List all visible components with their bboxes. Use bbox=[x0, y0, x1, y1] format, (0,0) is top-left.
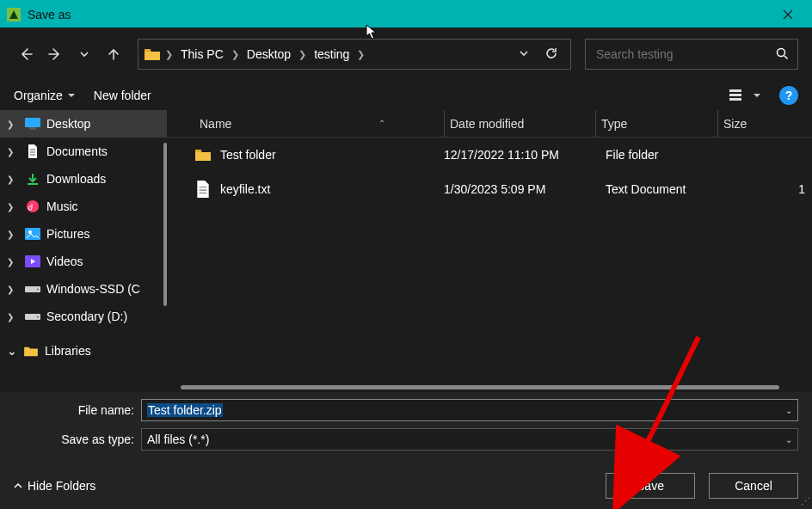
view-button[interactable] bbox=[729, 89, 760, 102]
breadcrumb-item[interactable]: This PC bbox=[175, 47, 229, 61]
chevron-right-icon[interactable]: ❯ bbox=[354, 49, 367, 60]
chevron-down-icon: ⌄ bbox=[7, 344, 17, 358]
close-button[interactable] bbox=[771, 2, 805, 28]
dialog-footer: File name: Test folder.zip ⌄ Save as typ… bbox=[0, 392, 812, 509]
sidebar: ❯ Desktop❯ Documents❯ Downloads❯ Music❯ … bbox=[0, 110, 167, 392]
sidebar-item-pictures[interactable]: ❯ Pictures bbox=[0, 220, 167, 248]
column-header-name[interactable]: Name ⌃ bbox=[194, 117, 444, 131]
chevron-right-icon: ❯ bbox=[7, 230, 19, 239]
back-button[interactable] bbox=[14, 42, 38, 66]
navigation-bar: ❯ This PC ❯ Desktop ❯ testing ❯ bbox=[0, 28, 812, 81]
textfile-icon bbox=[194, 181, 212, 198]
scrollbar-thumb[interactable] bbox=[181, 385, 779, 389]
chevron-right-icon: ❯ bbox=[7, 312, 19, 322]
toolbar: Organize New folder ? bbox=[0, 81, 812, 110]
svg-rect-6 bbox=[25, 118, 40, 127]
resize-grip[interactable]: ⋰ bbox=[799, 494, 812, 509]
help-button[interactable]: ? bbox=[779, 86, 798, 105]
column-header-date[interactable]: Date modified bbox=[444, 110, 595, 137]
horizontal-scrollbar[interactable] bbox=[181, 385, 798, 390]
sidebar-item-label: Pictures bbox=[46, 227, 90, 241]
save-as-type-field[interactable]: All files (*.*) ⌄ bbox=[141, 428, 798, 451]
up-button[interactable] bbox=[102, 42, 126, 66]
new-folder-label: New folder bbox=[94, 89, 151, 102]
forward-button[interactable] bbox=[43, 42, 67, 66]
search-box[interactable] bbox=[585, 39, 798, 70]
sidebar-item-doc[interactable]: ❯ Documents bbox=[0, 138, 167, 165]
file-name-field[interactable]: Test folder.zip ⌄ bbox=[141, 399, 798, 421]
column-header-size[interactable]: Size bbox=[717, 110, 812, 137]
column-headers: Name ⌃ Date modified Type Size bbox=[167, 110, 812, 138]
sidebar-item-videos[interactable]: ❯ Videos bbox=[0, 248, 167, 275]
desktop-icon bbox=[24, 115, 41, 132]
new-folder-button[interactable]: New folder bbox=[94, 89, 151, 102]
file-row[interactable]: keyfile.txt 1/30/2023 5:09 PM Text Docum… bbox=[194, 172, 812, 206]
chevron-up-icon bbox=[14, 481, 22, 490]
sidebar-item-label: Documents bbox=[46, 144, 108, 158]
download-icon bbox=[24, 170, 41, 187]
sidebar-group-label: Libraries bbox=[45, 344, 91, 358]
breadcrumb-item[interactable]: Desktop bbox=[242, 47, 296, 61]
sidebar-item-drive[interactable]: ❯ Windows-SSD (C bbox=[0, 275, 167, 303]
save-button[interactable]: Save bbox=[606, 473, 695, 499]
drive-icon bbox=[24, 308, 41, 325]
sidebar-item-label: Desktop bbox=[46, 117, 90, 131]
sidebar-item-download[interactable]: ❯ Downloads bbox=[0, 165, 167, 193]
sidebar-item-label: Music bbox=[46, 199, 78, 213]
file-name-label: File name: bbox=[14, 403, 141, 417]
organize-button[interactable]: Organize bbox=[14, 89, 75, 102]
svg-point-16 bbox=[37, 316, 39, 318]
chevron-down-icon[interactable]: ⌄ bbox=[785, 435, 792, 445]
file-name: keyfile.txt bbox=[220, 182, 270, 196]
chevron-right-icon: ❯ bbox=[7, 202, 19, 212]
chevron-right-icon[interactable]: ❯ bbox=[229, 49, 242, 60]
sidebar-item-label: Downloads bbox=[46, 172, 106, 186]
chevron-down-icon bbox=[754, 92, 760, 99]
file-name: Test folder bbox=[220, 148, 276, 162]
svg-point-2 bbox=[778, 48, 785, 56]
refresh-button[interactable] bbox=[536, 46, 567, 63]
save-as-type-label: Save as type: bbox=[14, 432, 141, 446]
folder-icon bbox=[22, 342, 40, 359]
save-as-dialog: Save as ❯ This PC ❯ Desktop bbox=[0, 0, 812, 509]
window-title: Save as bbox=[28, 8, 71, 21]
address-bar[interactable]: ❯ This PC ❯ Desktop ❯ testing ❯ bbox=[138, 39, 571, 70]
column-header-type[interactable]: Type bbox=[595, 110, 717, 137]
sidebar-item-drive[interactable]: ❯ Secondary (D:) bbox=[0, 303, 167, 330]
svg-point-11 bbox=[28, 230, 32, 234]
music-icon bbox=[24, 198, 41, 215]
cancel-button[interactable]: Cancel bbox=[709, 473, 798, 499]
chevron-right-icon: ❯ bbox=[7, 120, 19, 129]
address-dropdown[interactable] bbox=[512, 47, 536, 61]
breadcrumb-item[interactable]: testing bbox=[309, 47, 354, 61]
sidebar-item-music[interactable]: ❯ Music bbox=[0, 193, 167, 220]
chevron-down-icon bbox=[68, 92, 75, 99]
svg-rect-4 bbox=[729, 94, 741, 96]
file-name-value: Test folder.zip bbox=[147, 403, 223, 417]
chevron-down-icon[interactable]: ⌄ bbox=[785, 406, 792, 415]
hide-folders-button[interactable]: Hide Folders bbox=[14, 479, 95, 493]
title-bar: Save as bbox=[0, 2, 812, 28]
sidebar-item-label: Secondary (D:) bbox=[46, 310, 127, 323]
chevron-right-icon: ❯ bbox=[7, 257, 19, 267]
file-size: 1 bbox=[717, 182, 812, 196]
hide-folders-label: Hide Folders bbox=[28, 479, 95, 493]
file-list-panel: Name ⌃ Date modified Type Size Test fold… bbox=[167, 110, 812, 392]
file-date: 12/17/2022 11:10 PM bbox=[444, 148, 595, 162]
sidebar-item-desktop[interactable]: ❯ Desktop bbox=[0, 110, 167, 138]
view-icon bbox=[729, 89, 745, 102]
folder-icon bbox=[194, 146, 212, 163]
sidebar-group-libraries[interactable]: ⌄ Libraries bbox=[0, 337, 167, 365]
file-row[interactable]: Test folder 12/17/2022 11:10 PM File fol… bbox=[194, 138, 812, 172]
recent-locations-button[interactable] bbox=[72, 42, 96, 66]
drive-icon bbox=[24, 280, 41, 297]
svg-point-14 bbox=[37, 289, 39, 291]
search-icon bbox=[770, 46, 789, 63]
organize-label: Organize bbox=[14, 89, 63, 102]
chevron-right-icon: ❯ bbox=[7, 147, 19, 156]
svg-rect-7 bbox=[29, 127, 36, 130]
chevron-right-icon[interactable]: ❯ bbox=[296, 49, 309, 60]
search-input[interactable] bbox=[594, 46, 770, 62]
file-type: File folder bbox=[595, 148, 717, 162]
svg-rect-1 bbox=[145, 49, 151, 52]
